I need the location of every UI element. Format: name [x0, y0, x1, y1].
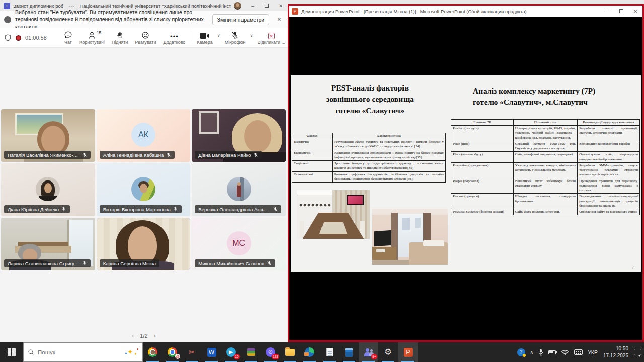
taskbar-snipping-tool-icon[interactable]: ✂ — [182, 342, 202, 362]
participant-tile[interactable]: Діана Валеріївна Райко — [192, 109, 286, 162]
avatar-body — [39, 196, 57, 201]
taskbar-settings-icon[interactable]: ⚙ — [378, 342, 398, 362]
avatar-face — [237, 182, 241, 186]
windows-taskbar: ✦✦✦ @ ✂ W 10 ✆193 9+ ⚙ P ? ∧ УКР 10:50 1… — [0, 342, 644, 362]
page-indicator: 1/2 — [140, 333, 147, 339]
taskbar-calculator-icon[interactable] — [339, 342, 359, 362]
participant-tile[interactable]: МС Микола Михайлович Сазонов — [192, 218, 286, 270]
winrar-icon — [247, 348, 255, 356]
notification-text: Вибрано стан "Не турбувати". Ви отримува… — [15, 9, 209, 30]
hotel-room-photo — [372, 209, 448, 265]
minimize-button[interactable]: – — [246, 0, 260, 11]
titlebar-overflow-icon[interactable]: ··· — [68, 3, 75, 9]
taskbar-powerpoint-icon[interactable]: P — [398, 342, 418, 362]
participant-tile[interactable]: Наталія Василівна Якименко-Тере... — [1, 109, 95, 162]
powerpoint-window: P Демонстрация PowerPoint - [Презентація… — [288, 4, 644, 342]
screen: T Захист дипломних робіт м... ··· Націон… — [0, 0, 644, 362]
camera-options-chevron[interactable]: ∨ — [216, 33, 221, 38]
taskbar-file-explorer-icon[interactable] — [280, 342, 300, 362]
close-button[interactable]: ✕ — [274, 0, 288, 11]
camera-button[interactable]: Камера — [193, 28, 216, 48]
participant-tile-active-speaker[interactable]: Карина Сергіївна Мізіна — [97, 218, 191, 270]
participants-button[interactable]: 15 Користувачі — [76, 28, 108, 48]
taskbar-winrar-icon[interactable] — [241, 342, 261, 362]
participant-tile[interactable]: Діана Юріївна Дейнеко — [1, 163, 95, 216]
raise-hand-button[interactable]: Підняти — [108, 28, 132, 48]
table-row: СоціальніЗростання інтересу до індустріа… — [292, 161, 446, 171]
battery-tray-icon[interactable] — [546, 342, 558, 362]
mkt-header-recommendations: Рекомендації щодо вдосконалення — [578, 120, 640, 126]
start-button[interactable] — [0, 342, 23, 362]
app-window-title: Національний технічний університет "Харк… — [80, 3, 231, 9]
taskbar-telegram-icon[interactable]: 10 — [221, 342, 241, 362]
taskbar-viber-icon[interactable]: ✆193 — [261, 342, 280, 362]
dnd-notification-banner: – Вибрано стан "Не турбувати". Ви отриму… — [0, 11, 288, 28]
participant-name-label: Вікторія Вікторівна Мартинова — [100, 205, 182, 213]
slideshow-stage: PEST-аналіз факторів зовнішнього середов… — [289, 17, 642, 340]
taskbar-chrome-icon[interactable] — [143, 342, 163, 362]
mic-options-chevron[interactable]: ∨ — [249, 33, 254, 38]
meeting-toolbar: 01:00:58 Чат 15 Користувачі Підняти Реаг… — [0, 28, 288, 48]
slide-page-number: 7 — [632, 265, 634, 270]
ppt-close-button[interactable]: ✕ — [628, 6, 642, 17]
gallery-pagination: ‹ 1/2 › — [0, 332, 288, 339]
participant-tile[interactable]: Вікторія Вікторівна Мартинова — [97, 163, 191, 216]
participant-name-label: Карина Сергіївна Мізіна — [100, 259, 159, 267]
initials-avatar: МС — [227, 231, 251, 255]
search-input[interactable] — [38, 349, 123, 355]
notepad-icon — [326, 348, 333, 356]
mic-off-icon — [173, 207, 178, 212]
taskbar-chrome-gmail-icon[interactable]: @ — [163, 342, 182, 362]
ccleaner-icon — [305, 347, 314, 357]
help-tray-icon[interactable]: ? — [515, 342, 528, 362]
participant-name-label: Діана Валеріївна Райко — [195, 151, 262, 159]
language-indicator[interactable]: УКР — [585, 342, 600, 362]
mkt-header-element: Елемент 7P — [451, 120, 514, 126]
microphone-tray-icon[interactable] — [536, 342, 546, 362]
maximize-button[interactable] — [260, 0, 274, 11]
scissors-icon: ✂ — [189, 348, 195, 356]
camera-icon — [200, 31, 210, 39]
photo-detail — [403, 218, 410, 230]
taskbar-search[interactable]: ✦✦✦ — [23, 342, 143, 362]
taskbar-teams-icon[interactable]: 9+ — [359, 342, 378, 362]
notification-close-button[interactable]: ✕ — [272, 14, 286, 25]
person-face — [244, 120, 271, 152]
change-settings-button[interactable]: Змінити параметри — [212, 14, 270, 25]
slide-right-title: Аналіз комплексу маркетингу (7P) готелю … — [473, 85, 639, 107]
chat-button[interactable]: Чат — [60, 28, 76, 48]
copilot-sparkle-icon[interactable]: ✦✦✦ — [126, 347, 138, 357]
taskbar-word-icon[interactable]: W — [202, 342, 221, 362]
more-options-button[interactable]: ••• Додатково — [159, 28, 189, 48]
maximize-icon — [619, 9, 623, 13]
react-button[interactable]: Реагувати — [131, 28, 159, 48]
participant-grid: Наталія Василівна Якименко-Тере... АК Ал… — [1, 109, 286, 270]
participant-tile[interactable]: АК Аліна Геннадіївна Кабашна — [97, 109, 191, 162]
taskbar-notepad-icon[interactable] — [319, 342, 339, 362]
taskbar-clock[interactable]: 10:50 17.12.2025 — [600, 342, 631, 362]
touch-keyboard-icon[interactable] — [572, 342, 585, 362]
chat-icon — [64, 31, 72, 39]
taskbar-ccleaner-icon[interactable] — [300, 342, 319, 362]
hidden-icons-chevron[interactable]: ∧ — [528, 342, 536, 362]
prev-page-button[interactable]: ‹ — [132, 332, 134, 339]
ppt-maximize-button[interactable] — [614, 6, 628, 17]
pest-table: Фактор Характеристика ПолітичніРегулюван… — [292, 133, 446, 183]
wifi-tray-icon[interactable] — [558, 342, 572, 362]
action-center-icon[interactable] — [631, 342, 644, 362]
shield-icon — [4, 34, 12, 42]
clock-time: 10:50 — [616, 346, 628, 351]
photo-clocks — [299, 203, 331, 207]
ppt-minimize-button[interactable]: – — [600, 6, 614, 17]
table-row: Physical Evidence (фізичні докази)Сайт, … — [451, 209, 640, 215]
microphone-button[interactable]: Мікрофон — [221, 28, 249, 48]
meeting-timer: 01:00:58 — [25, 35, 47, 41]
user-avatar[interactable] — [234, 2, 242, 10]
table-row: Place (канали збуту)Сайт, телефонні звер… — [451, 152, 640, 162]
participant-tile[interactable]: Лариса Станиславівна Стригуль — [1, 218, 95, 270]
conference-room-photo — [297, 190, 370, 239]
profile-dot — [150, 350, 155, 354]
revoke-button[interactable]: ✕ Відкликати ... — [254, 28, 289, 48]
next-page-button[interactable]: › — [154, 332, 156, 339]
participant-tile[interactable]: Вероніка Олександрівна Аксьонова — [192, 163, 286, 216]
